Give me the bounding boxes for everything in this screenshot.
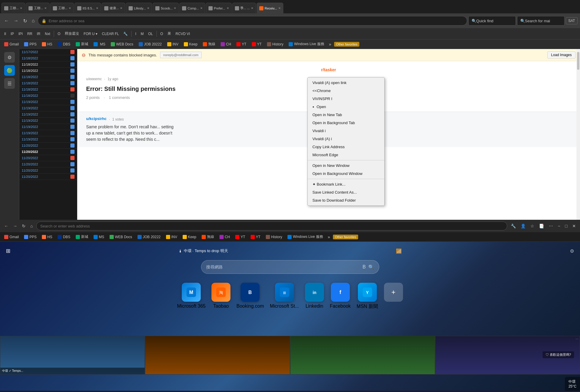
tab-close-11[interactable]: ✕ — [278, 7, 281, 10]
newtab-search-input[interactable] — [206, 265, 363, 269]
sat-button[interactable]: SAT — [566, 17, 578, 24]
email-row-10[interactable]: 11/19/2022 — [19, 105, 77, 111]
edge-profile-button[interactable]: 👤 — [519, 222, 527, 230]
email-row-7[interactable]: 11/18/2022 — [19, 86, 77, 93]
toolbar-btn-ipi[interactable]: IPI — [17, 31, 25, 37]
edge-bookmark-inv[interactable]: INV — [164, 234, 179, 240]
scroll-thumb[interactable] — [577, 52, 579, 70]
edge-bookmark-ch[interactable]: CH — [218, 234, 232, 240]
context-menu-item-open-bg-tab[interactable]: Open in Background Tab — [308, 119, 384, 127]
tab-close-5[interactable]: ✕ — [120, 7, 122, 10]
newtab-shortcut-mstore[interactable]: ⊞ Microsoft St... — [270, 283, 299, 310]
edge-bookmark-history[interactable]: History — [264, 234, 284, 240]
tab-close-6[interactable]: ✕ — [147, 7, 149, 10]
edge-bookmarks-more[interactable]: » — [327, 234, 331, 240]
tab-close-9[interactable]: ✕ — [227, 7, 229, 10]
edge-more-button[interactable]: ⋯ — [548, 222, 554, 230]
tab-close-2[interactable]: ✕ — [44, 7, 47, 10]
email-row-2[interactable]: 11/18/2022 — [19, 55, 77, 61]
home-button[interactable]: ⌂ — [30, 17, 37, 25]
email-row-20[interactable]: 11/20/2022 — [19, 167, 77, 174]
email-row-5[interactable]: 11/18/2022 — [19, 74, 77, 80]
tab-close-7[interactable]: ✕ — [174, 7, 176, 10]
edge-bookmark-hs[interactable]: HS — [40, 234, 54, 240]
newtab-shortcut-msn[interactable]: Y MSN 新聞 — [357, 283, 378, 310]
toolbar-btn-ip[interactable]: IP — [9, 31, 16, 37]
email-row-21[interactable]: 11/20/2022 — [19, 174, 77, 180]
newtab-apps-icon[interactable]: ⊞ — [6, 248, 10, 254]
news-item-4-more[interactable]: ⋯ — [576, 337, 579, 341]
edge-forward-button[interactable]: → — [12, 222, 18, 230]
edge-bookmark-keep[interactable]: Keep — [181, 234, 198, 240]
email-row-18[interactable]: 11/20/2022 — [19, 155, 77, 161]
bookmark-inv[interactable]: INV — [165, 42, 180, 47]
address-bar[interactable]: 🔒 — [38, 16, 467, 26]
forward-button[interactable]: → — [12, 17, 20, 25]
context-menu-item-vivaldi-open[interactable]: Vivaldi (A) open link — [308, 79, 384, 87]
newtab-shortcut-facebook[interactable]: f Facebook — [330, 283, 351, 310]
edge-extensions-button[interactable]: 🔧 — [510, 222, 517, 230]
context-menu-item-open-bg-window[interactable]: Open in Background Window — [308, 170, 384, 178]
edge-close-button[interactable]: ✕ — [571, 222, 577, 230]
bookmark-job[interactable]: JOB 20222 — [137, 42, 164, 47]
edge-search-input[interactable] — [40, 224, 503, 228]
toolbar-btn-fruit[interactable]: 果 — [166, 30, 173, 37]
load-images-button[interactable]: Load Images — [547, 51, 576, 59]
edge-reload-button[interactable]: ↻ — [21, 222, 27, 230]
edge-maximize-button[interactable]: □ — [564, 222, 569, 230]
toolbar-btn-rr[interactable]: RR — [26, 31, 34, 37]
edge-collections-button[interactable]: 📑 — [538, 222, 545, 230]
toolbar-btn-nxt[interactable]: Nxt — [43, 31, 52, 37]
bookmark-yt2[interactable]: YT — [250, 42, 263, 47]
email-row-9[interactable]: 11/19/2022 — [19, 99, 77, 105]
edge-bookmark-newcity[interactable]: 新城 — [74, 234, 90, 240]
edge-bookmark-ms[interactable]: MS — [92, 234, 106, 240]
tab-10[interactable]: 季... ...✕ — [232, 3, 256, 13]
tab-9[interactable]: Prefer...✕ — [206, 3, 232, 13]
tab-4[interactable]: IIS 8.5...✕ — [75, 3, 101, 13]
like-scene-button[interactable]: ♡ 喜歡這個景嗎? — [543, 351, 574, 358]
email-row-3[interactable]: 11/18/2022 — [19, 61, 77, 68]
bookmark-yt1[interactable]: YT — [235, 42, 248, 47]
email-row-15[interactable]: 11/19/2022 — [19, 136, 77, 143]
tab-2[interactable]: 工聯...✕ — [26, 3, 50, 13]
newtab-settings-icon[interactable]: ⚙ — [570, 248, 574, 254]
email-row-6[interactable]: 11/18/2022 — [19, 80, 77, 86]
bookmark-pps[interactable]: PPS — [22, 42, 38, 47]
edge-bookmark-dbs[interactable]: DBS — [56, 234, 72, 240]
news-item-2[interactable] — [145, 336, 290, 374]
email-row-13[interactable]: 11/19/2022 — [19, 124, 77, 130]
newtab-shortcut-taobao[interactable]: 淘 Taobao — [211, 283, 230, 310]
edge-back-button[interactable]: ← — [3, 222, 10, 230]
toolbar-btn-foru[interactable]: FOR U ▾ — [82, 31, 99, 37]
context-menu-item-save-download[interactable]: Save to Download Folder — [308, 196, 384, 204]
edge-bookmark-job[interactable]: JOB 20222 — [136, 234, 162, 240]
email-row-11[interactable]: 11/19/2022 — [19, 111, 77, 118]
newtab-search-bar[interactable]: B 🔍 — [201, 260, 379, 274]
email-row-1[interactable]: 11/17/2022 — [19, 49, 77, 55]
bookmark-dbs[interactable]: DBS — [56, 42, 72, 47]
toolbar-btn-ir[interactable]: IR — [35, 31, 42, 37]
toolbar-btn-clearfl[interactable]: CLEAR FL — [100, 31, 121, 37]
edge-other-favorites[interactable]: Other favorites — [333, 235, 358, 239]
edge-bookmark-wl[interactable]: Windows Live 服務 — [286, 234, 325, 240]
toolbar-btn-m[interactable]: M — [139, 31, 146, 37]
edge-bookmark-pps[interactable]: PPS — [22, 234, 38, 240]
context-menu-item-vivaldi-a-i[interactable]: Vivaldi (A) i — [308, 135, 384, 143]
context-menu-item-chrome[interactable]: <<Chrome — [308, 87, 384, 95]
newtab-add-shortcut[interactable]: + — [384, 283, 403, 310]
tab-7[interactable]: Scoob...✕ — [153, 3, 179, 13]
bookmark-keep[interactable]: Keep — [182, 42, 199, 47]
context-menu-item-edge[interactable]: Microsoft Edge — [308, 151, 384, 159]
toolbar-btn-o2[interactable]: O — [159, 31, 165, 37]
toolbar-btn-rcvdvi[interactable]: RCVD VI — [174, 31, 192, 37]
edge-favorites-button[interactable]: ☆ — [529, 222, 535, 230]
email-row-12[interactable]: 11/19/2022 — [19, 118, 77, 124]
bookmark-wu[interactable]: 無線 — [201, 41, 217, 47]
email-row-16[interactable]: 11/20/2022 — [19, 143, 77, 149]
context-menu-item-bookmark[interactable]: ✦ Bookmark Link... — [308, 180, 384, 188]
context-menu-item-open[interactable]: ● Open — [308, 103, 384, 111]
bookmark-ms[interactable]: MS — [92, 42, 107, 47]
toolbar-btn-ii[interactable]: II — [2, 31, 8, 37]
newtab-search-icon[interactable]: 🔍 — [368, 264, 374, 270]
